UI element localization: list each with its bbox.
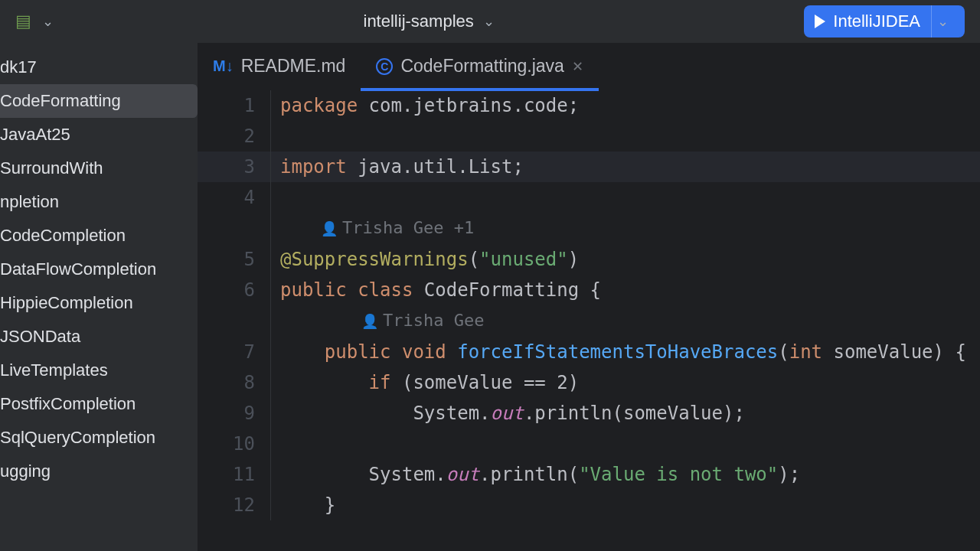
code-line[interactable]: 2: [198, 121, 980, 152]
code-line[interactable]: 10: [198, 429, 980, 459]
line-number: 3: [198, 152, 271, 182]
title-bar: ▤ ⌄ intellij-samples ⌄ IntelliJIDEA ⌄: [0, 0, 980, 43]
project-tree[interactable]: dk17CodeFormattingJavaAt25SurroundWithnp…: [0, 43, 198, 551]
sidebar-item[interactable]: npletion: [0, 185, 198, 219]
code-line[interactable]: 11 System.out.println("Value is not two"…: [198, 459, 980, 490]
project-name: intellij-samples: [364, 11, 474, 31]
code-line[interactable]: 7 public void forceIfStatementsToHaveBra…: [198, 337, 980, 367]
sidebar-item[interactable]: PostfixCompletion: [0, 387, 198, 421]
line-number: 10: [198, 429, 271, 459]
line-number: 6: [198, 275, 271, 305]
sidebar-item[interactable]: dk17: [0, 51, 198, 84]
main-menu-icon[interactable]: ▤: [15, 11, 31, 31]
line-number: 4: [198, 182, 271, 213]
sidebar-item[interactable]: HippieCompletion: [0, 286, 198, 320]
tab-label: README.md: [241, 56, 346, 77]
class-icon: C: [376, 58, 393, 75]
code-line[interactable]: 8 if (someValue == 2): [198, 367, 980, 398]
sidebar-item[interactable]: SqlQueryCompletion: [0, 421, 198, 455]
line-number: 1: [198, 90, 271, 121]
code-text: System.out.println("Value is not two");: [271, 459, 800, 490]
sidebar-item[interactable]: JavaAt25: [0, 118, 198, 152]
project-selector[interactable]: intellij-samples ⌄: [364, 11, 495, 31]
code-text: [271, 182, 280, 213]
inlay-hint: 👤Trisha Gee +1: [198, 213, 980, 244]
line-number: 7: [198, 337, 271, 367]
line-number: 9: [198, 398, 271, 429]
run-config-label: IntelliJIDEA: [833, 11, 920, 31]
code-text: [271, 429, 280, 459]
code-line[interactable]: 12 }: [198, 490, 980, 520]
code-line[interactable]: 1package com.jetbrains.code;: [198, 90, 980, 121]
code-line[interactable]: 9 System.out.println(someValue);: [198, 398, 980, 429]
code-text: public class CodeFormatting {: [271, 275, 601, 305]
run-config-dropdown[interactable]: ⌄: [931, 5, 954, 37]
code-line[interactable]: 5@SuppressWarnings("unused"): [198, 244, 980, 275]
code-line[interactable]: 4: [198, 182, 980, 213]
sidebar-item[interactable]: JSONData: [0, 320, 198, 354]
line-number: 8: [198, 367, 271, 398]
code-text: package com.jetbrains.code;: [271, 90, 579, 121]
code-text: public void forceIfStatementsToHaveBrace…: [271, 337, 966, 367]
inlay-hint: 👤Trisha Gee: [198, 305, 980, 337]
code-line[interactable]: 6public class CodeFormatting {: [198, 275, 980, 305]
sidebar-item[interactable]: ugging: [0, 455, 198, 488]
code-line[interactable]: 3import java.util.List;: [198, 152, 980, 182]
sidebar-item[interactable]: LiveTemplates: [0, 354, 198, 387]
code-text: @SuppressWarnings("unused"): [271, 244, 579, 275]
editor-tabs: M↓README.mdCCodeFormatting.java✕: [198, 43, 980, 90]
sidebar-item[interactable]: DataFlowCompletion: [0, 253, 198, 286]
code-text: }: [271, 490, 335, 520]
editor-tab[interactable]: CCodeFormatting.java✕: [361, 43, 599, 90]
tab-label: CodeFormatting.java: [400, 56, 564, 77]
code-text: [271, 121, 280, 152]
close-icon[interactable]: ✕: [572, 58, 583, 75]
chevron-down-icon[interactable]: ⌄: [42, 13, 54, 30]
sidebar-item[interactable]: SurroundWith: [0, 152, 198, 185]
code-text: import java.util.List;: [271, 152, 524, 182]
code-text: if (someValue == 2): [271, 367, 579, 398]
code-text: System.out.println(someValue);: [271, 398, 745, 429]
line-number: 11: [198, 459, 271, 490]
run-config-button[interactable]: IntelliJIDEA ⌄: [804, 5, 965, 37]
sidebar-item[interactable]: CodeFormatting: [0, 84, 198, 118]
chevron-down-icon: ⌄: [937, 13, 949, 30]
line-number: 12: [198, 490, 271, 520]
sidebar-item[interactable]: CodeCompletion: [0, 219, 198, 253]
markdown-icon: M↓: [213, 57, 234, 75]
line-number: 5: [198, 244, 271, 275]
play-icon: [815, 15, 825, 28]
chevron-down-icon: ⌄: [483, 13, 495, 30]
code-editor[interactable]: 1package com.jetbrains.code;23import jav…: [198, 90, 980, 551]
editor-tab[interactable]: M↓README.md: [198, 43, 361, 90]
line-number: 2: [198, 121, 271, 152]
